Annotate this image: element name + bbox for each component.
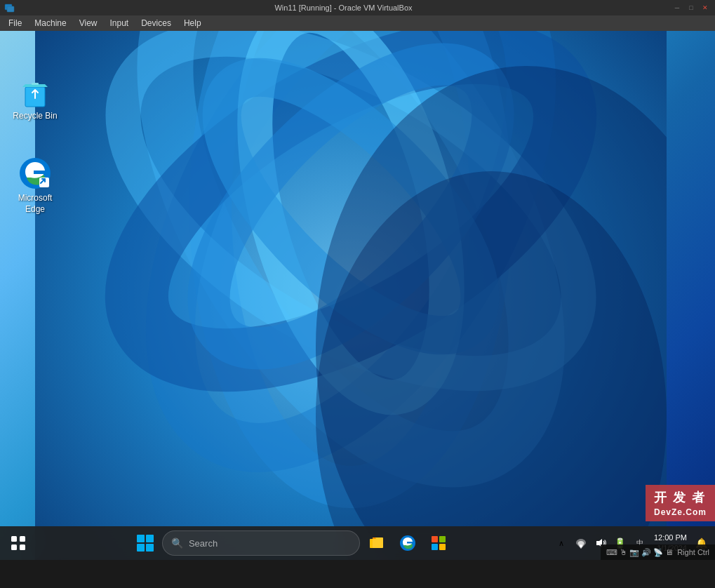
- vm-screen: Recycle Bin MicrosoftEdge: [0, 31, 715, 560]
- search-icon: 🔍: [171, 537, 183, 549]
- svg-rect-21: [20, 544, 25, 550]
- taskbar-center: 🔍 Search: [31, 529, 553, 557]
- pinned-file-explorer[interactable]: [363, 529, 391, 557]
- svg-rect-25: [432, 536, 438, 542]
- vbox-app-icon: [4, 2, 15, 13]
- win11-desktop: Recycle Bin MicrosoftEdge: [0, 31, 715, 560]
- menu-help[interactable]: Help: [178, 17, 207, 29]
- start-button[interactable]: [131, 529, 159, 557]
- pinned-store[interactable]: [425, 529, 453, 557]
- menu-view[interactable]: View: [74, 17, 103, 29]
- recycle-bin-label: Recycle Bin: [13, 111, 57, 122]
- edge-label: MicrosoftEdge: [18, 193, 53, 215]
- watermark-text: 开 发 者: [654, 489, 707, 506]
- svg-rect-28: [439, 544, 446, 550]
- windows-logo: [137, 535, 154, 552]
- menu-devices[interactable]: Devices: [135, 17, 177, 29]
- taskbar-left: [6, 530, 31, 556]
- vbox-window-controls: ─ □ ✕: [671, 2, 711, 13]
- vbox-title-text: Win11 [Running] - Oracle VM VirtualBox: [15, 4, 671, 12]
- task-view-button[interactable]: [6, 530, 31, 556]
- svg-rect-18: [11, 536, 17, 542]
- devze-watermark: 开 发 者 DevZe.Com: [646, 485, 715, 521]
- clock-time: 12:00 PM: [654, 533, 687, 543]
- svg-rect-1: [7, 6, 14, 12]
- svg-rect-27: [432, 544, 438, 550]
- tray-overflow-button[interactable]: ∧: [553, 535, 570, 552]
- svg-rect-23: [373, 537, 383, 548]
- vbox-maximize-btn[interactable]: □: [686, 2, 697, 13]
- microsoft-edge-icon[interactable]: MicrosoftEdge: [7, 154, 63, 218]
- right-ctrl-label: Right Ctrl: [677, 548, 709, 556]
- svg-rect-20: [11, 544, 17, 550]
- recycle-bin-img: [18, 74, 52, 108]
- vbox-status-bar: ⌨ 🖱 📷 🔊 📡 🖥 Right Ctrl: [601, 544, 715, 560]
- search-bar[interactable]: 🔍 Search: [162, 530, 360, 556]
- search-label: Search: [189, 538, 218, 549]
- menu-input[interactable]: Input: [105, 17, 135, 29]
- wallpaper-background: [0, 31, 715, 560]
- vbox-minimize-btn[interactable]: ─: [671, 2, 683, 13]
- svg-rect-26: [439, 536, 446, 542]
- menu-machine[interactable]: Machine: [29, 17, 72, 29]
- vbox-close-btn[interactable]: ✕: [700, 2, 711, 13]
- vbox-titlebar: Win11 [Running] - Oracle VM VirtualBox ─…: [0, 0, 715, 15]
- menu-file[interactable]: File: [3, 17, 27, 29]
- svg-rect-15: [32, 83, 39, 85]
- svg-rect-19: [20, 536, 25, 542]
- vbox-menubar: File Machine View Input Devices Help: [0, 15, 715, 31]
- svg-point-29: [580, 544, 582, 547]
- edge-img: [18, 156, 52, 190]
- watermark-sub: DevZe.Com: [654, 507, 707, 517]
- status-icons: ⌨ 🖱 📷 🔊 📡 🖥: [606, 548, 673, 557]
- pinned-edge[interactable]: [394, 529, 422, 557]
- recycle-bin-icon[interactable]: Recycle Bin: [7, 72, 63, 125]
- tray-network-icon[interactable]: [573, 535, 589, 552]
